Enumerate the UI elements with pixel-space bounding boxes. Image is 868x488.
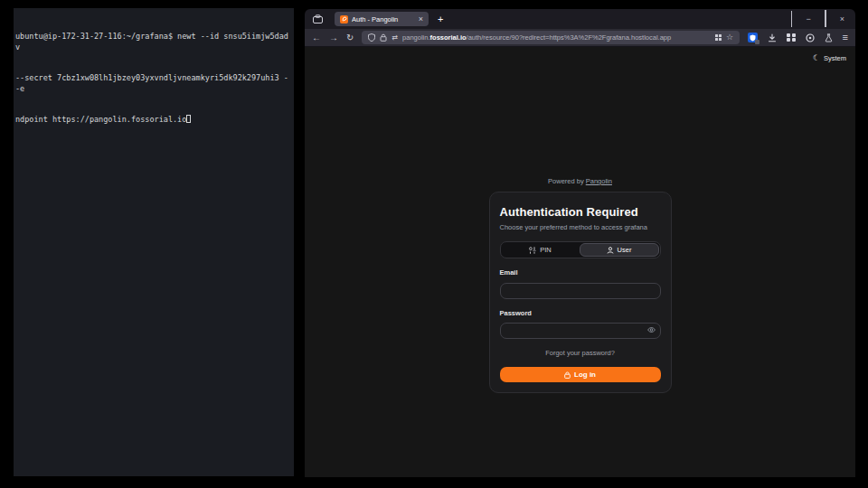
pin-keypad-icon: [529, 247, 536, 254]
url-text: pangolin.fossorial.io/auth/resource/90?r…: [402, 33, 710, 42]
password-field[interactable]: [500, 323, 661, 339]
downloads-icon[interactable]: [768, 33, 777, 42]
lock-icon[interactable]: [380, 33, 387, 42]
new-tab-button[interactable]: +: [438, 14, 443, 24]
list-all-tabs-chevron-down-icon[interactable]: [791, 11, 792, 27]
auth-card: Authentication Required Choose your pref…: [489, 192, 672, 393]
window-maximize-button[interactable]: [825, 11, 826, 27]
tab-title: Auth - Pangolin: [352, 15, 415, 23]
terminal-line: ubuntu@ip-172-31-27-116:~/grafana$ newt …: [15, 32, 292, 52]
bookmark-star-icon[interactable]: ☆: [726, 33, 733, 42]
auth-card-title: Authentication Required: [500, 205, 661, 219]
email-field[interactable]: [500, 283, 661, 299]
container-grid-icon[interactable]: [715, 34, 722, 42]
login-button[interactable]: Log in: [500, 367, 661, 382]
tab-user[interactable]: User: [580, 243, 659, 257]
account-circle-icon[interactable]: [806, 33, 815, 42]
login-button-label: Log in: [574, 371, 596, 379]
tab-pin-label: PIN: [540, 246, 552, 254]
permissions-switch-icon[interactable]: ⇄: [392, 33, 398, 42]
show-password-eye-icon[interactable]: [647, 326, 656, 333]
menu-hamburger-icon[interactable]: ≡: [843, 33, 848, 42]
theme-moon-icon: ☾: [813, 54, 820, 62]
tracking-protection-shield-icon[interactable]: [368, 33, 375, 42]
forward-button[interactable]: →: [329, 33, 338, 42]
terminal-line: --secret 7cbz1xw08lh1jbzey03yxvndljvneam…: [15, 73, 292, 94]
window-minimize-button[interactable]: −: [806, 15, 810, 23]
page-content: ☾ System Powered by Pangolin Authenticat…: [305, 47, 855, 477]
auth-section: Powered by Pangolin Authentication Requi…: [489, 177, 672, 393]
password-label: Password: [500, 309, 661, 317]
browser-tab-auth-pangolin[interactable]: Auth - Pangolin ×: [335, 12, 429, 26]
browser-tab-bar: Auth - Pangolin × + − ×: [305, 9, 855, 29]
pangolin-favicon: [340, 15, 348, 23]
login-lock-icon: [564, 371, 571, 379]
browser-window: Auth - Pangolin × + − × ← → ↻ ⇄ pangolin…: [305, 9, 855, 477]
reload-button[interactable]: ↻: [346, 33, 354, 42]
pangolin-link[interactable]: Pangolin: [586, 177, 612, 185]
terminal-line: ndpoint https://pangolin.fossorial.io: [15, 115, 292, 126]
tab-user-label: User: [618, 246, 632, 254]
toolbar-extension-area: ≡: [748, 33, 848, 42]
extensions-icon[interactable]: [787, 33, 796, 42]
tab-pin[interactable]: PIN: [502, 243, 580, 257]
auth-method-toggle: PIN User: [500, 241, 661, 258]
email-label: Email: [500, 268, 661, 277]
powered-by: Powered by Pangolin: [489, 177, 672, 185]
back-button[interactable]: ←: [312, 33, 321, 42]
flask-icon[interactable]: [825, 33, 833, 42]
browser-toolbar: ← → ↻ ⇄ pangolin.fossorial.io/auth/resou…: [305, 29, 855, 47]
terminal-cursor: [186, 115, 191, 123]
tab-close-icon[interactable]: ×: [419, 15, 423, 23]
window-close-button[interactable]: ×: [840, 15, 844, 23]
password-manager-extension-icon[interactable]: [748, 33, 758, 42]
firefox-view-icon[interactable]: [312, 14, 324, 24]
auth-card-subtitle: Choose your preferred method to access g…: [500, 223, 661, 231]
theme-toggle[interactable]: ☾ System: [813, 54, 846, 62]
theme-toggle-label: System: [824, 54, 846, 62]
forgot-password-link[interactable]: Forgot your password?: [500, 349, 661, 357]
url-bar[interactable]: ⇄ pangolin.fossorial.io/auth/resource/90…: [362, 31, 740, 44]
user-icon: [607, 247, 614, 254]
terminal-window[interactable]: ubuntu@ip-172-31-27-116:~/grafana$ newt …: [14, 8, 294, 476]
